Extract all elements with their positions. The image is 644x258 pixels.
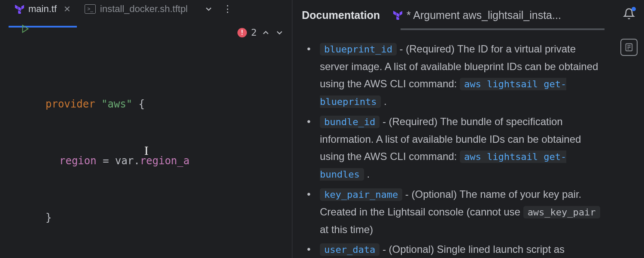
- notifications-button[interactable]: [623, 8, 635, 22]
- doc-header: Documentation * Argument aws_lightsail_i…: [292, 0, 614, 30]
- error-count: 2: [251, 23, 257, 42]
- code-token: key_pair_name: [320, 188, 402, 201]
- breadcrumb-label: * Argument aws_lightsail_insta...: [407, 9, 561, 22]
- svg-marker-0: [23, 25, 28, 33]
- string: "aws": [101, 98, 132, 110]
- gutter: [0, 18, 43, 258]
- keyword: provider: [46, 98, 95, 110]
- tab-bar: main.tf ✕ >_ install_docker.sh.tftpl ⋮: [0, 0, 292, 18]
- code-editor[interactable]: ! 2 provider "aws" { region = var.region…: [43, 18, 292, 258]
- terraform-icon: [15, 4, 24, 14]
- chevron-up-icon[interactable]: [261, 28, 270, 37]
- chevron-down-icon[interactable]: [275, 28, 284, 37]
- doc-item-user-data: user_data - (Optional) Single lined laun…: [314, 241, 601, 258]
- doc-content[interactable]: blueprint_id - (Required) The ID for a v…: [292, 30, 614, 258]
- chevron-down-icon[interactable]: [204, 4, 213, 14]
- terraform-icon: [393, 10, 402, 20]
- doc-breadcrumb[interactable]: * Argument aws_lightsail_insta...: [393, 9, 605, 22]
- doc-item-blueprint-id: blueprint_id - (Required) The ID for a v…: [314, 40, 601, 111]
- code-token: user_data: [320, 243, 380, 256]
- documentation-tool-button[interactable]: [620, 39, 638, 56]
- documentation-pane: Documentation * Argument aws_lightsail_i…: [292, 0, 614, 258]
- error-badge-icon[interactable]: !: [237, 28, 247, 37]
- tab-label: main.tf: [28, 3, 57, 15]
- doc-item-bundle-id: bundle_id - (Required) The bundle of spe…: [314, 113, 601, 183]
- code-token: blueprint_id: [320, 43, 397, 55]
- doc-item-key-pair-name: key_pair_name - (Optional) The name of y…: [314, 186, 601, 238]
- tab-main-tf[interactable]: main.tf ✕: [9, 0, 77, 18]
- code-area: ! 2 provider "aws" { region = var.region…: [0, 18, 292, 258]
- attr: region: [59, 155, 97, 167]
- tab-install-docker[interactable]: >_ install_docker.sh.tftpl: [79, 0, 194, 18]
- doc-title: Documentation: [302, 9, 380, 22]
- notification-dot: [632, 7, 636, 11]
- editor-pane: main.tf ✕ >_ install_docker.sh.tftpl ⋮ !…: [0, 0, 292, 258]
- error-indicators: ! 2: [237, 23, 284, 42]
- shell-icon: >_: [85, 4, 96, 14]
- code-token: bundle_id: [320, 116, 380, 128]
- tab-label: install_docker.sh.tftpl: [100, 3, 188, 15]
- dots-vertical-icon[interactable]: ⋮: [223, 3, 231, 15]
- breadcrumb-underline: [401, 28, 605, 30]
- run-icon[interactable]: [21, 24, 30, 34]
- right-rail: [614, 0, 644, 258]
- close-icon[interactable]: ✕: [64, 4, 71, 14]
- code-token: aws_key_pair: [523, 206, 600, 218]
